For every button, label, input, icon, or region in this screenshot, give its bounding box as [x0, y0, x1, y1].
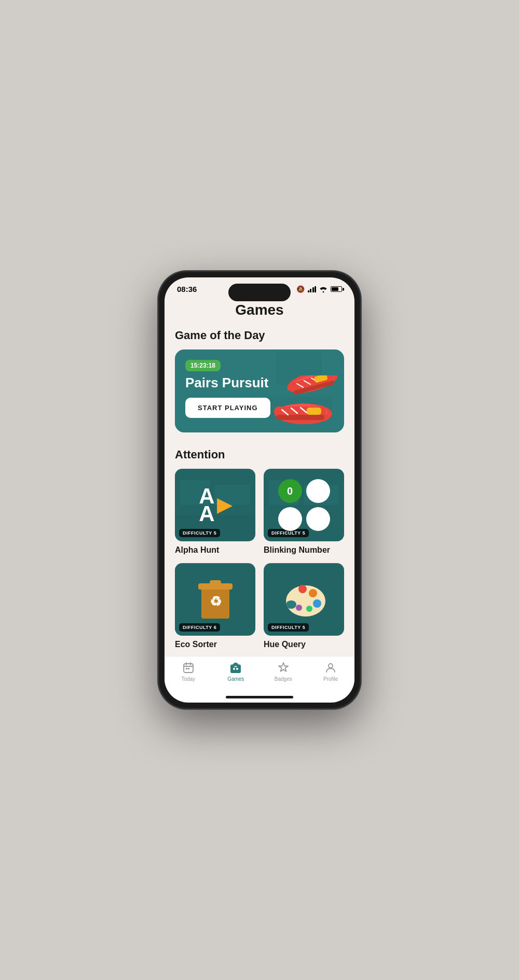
nav-games[interactable]: Games [212, 662, 260, 682]
svg-point-42 [233, 668, 235, 670]
svg-rect-26 [210, 580, 221, 584]
eco-sorter-art: ♻ [197, 576, 234, 623]
signal-icon [308, 286, 317, 292]
svg-point-32 [309, 589, 317, 597]
nav-profile[interactable]: Profile [307, 662, 355, 682]
svg-rect-40 [186, 668, 187, 669]
svg-point-34 [306, 606, 312, 612]
blinking-number-card[interactable]: 0 DIFFICULTY 5 Blinking Number [264, 469, 344, 555]
eco-sorter-thumb: ♻ DIFFICULTY 6 [175, 563, 255, 636]
hue-query-card[interactable]: DIFFICULTY 5 Hue Query [264, 563, 344, 649]
alpha-hunt-thumb: A A ▶ DIFFICULTY 5 [175, 469, 255, 541]
svg-point-33 [313, 599, 321, 608]
hue-query-thumb: DIFFICULTY 5 [264, 563, 344, 636]
eco-sorter-name: Eco Sorter [175, 640, 255, 649]
alpha-hunt-art: A A ▶ [199, 485, 231, 525]
status-icons: 🔕 [296, 285, 343, 293]
eco-sorter-difficulty: DIFFICULTY 6 [179, 623, 220, 632]
dynamic-island [228, 284, 291, 301]
attention-section-title: Attention [175, 448, 344, 461]
nav-badges[interactable]: Badges [260, 662, 307, 682]
blinking-number-thumb: 0 DIFFICULTY 5 [264, 469, 344, 541]
timer-badge: 15:23:18 [185, 360, 221, 371]
wifi-icon [319, 286, 327, 292]
blinking-number-art: 0 [278, 479, 330, 531]
alpha-hunt-name: Alpha Hunt [175, 545, 255, 555]
battery-icon [331, 286, 342, 292]
eco-sorter-card[interactable]: ♻ DIFFICULTY 6 Eco Sorter [175, 563, 255, 649]
svg-point-35 [296, 605, 302, 611]
svg-rect-41 [188, 668, 189, 669]
badges-icon [277, 662, 290, 674]
games-grid: A A ▶ DIFFICULTY 5 Alpha Hunt [175, 469, 344, 649]
mute-icon: 🔕 [296, 285, 305, 293]
alpha-hunt-difficulty: DIFFICULTY 5 [179, 529, 220, 537]
phone-frame: 08:36 🔕 [158, 271, 361, 709]
scroll-content[interactable]: Games Game of the Day [165, 298, 354, 703]
svg-text:♻: ♻ [209, 594, 221, 609]
gotd-card[interactable]: 15:23:18 Pairs Pursuit START PLAYING [175, 349, 344, 432]
gotd-game-title: Pairs Pursuit [185, 375, 334, 390]
start-playing-button[interactable]: START PLAYING [185, 398, 270, 418]
nav-badges-label: Badges [275, 676, 292, 682]
svg-point-30 [286, 600, 296, 609]
phone-screen: 08:36 🔕 [165, 277, 354, 703]
alpha-hunt-card[interactable]: A A ▶ DIFFICULTY 5 Alpha Hunt [175, 469, 255, 555]
nav-games-label: Games [227, 676, 244, 682]
blinking-number-name: Blinking Number [264, 545, 344, 555]
svg-point-44 [329, 664, 333, 668]
nav-today-label: Today [181, 676, 195, 682]
gotd-section-title: Game of the Day [175, 329, 344, 342]
hue-query-art [281, 578, 327, 621]
home-indicator [226, 696, 293, 698]
page-title: Games [175, 302, 344, 318]
nav-profile-label: Profile [323, 676, 338, 682]
hue-query-name: Hue Query [264, 640, 344, 649]
profile-icon [324, 662, 337, 674]
games-icon [229, 662, 242, 674]
svg-point-43 [236, 668, 238, 670]
status-time: 08:36 [177, 285, 197, 293]
hue-query-difficulty: DIFFICULTY 5 [268, 623, 309, 632]
nav-today[interactable]: Today [165, 662, 212, 682]
svg-point-31 [298, 585, 307, 593]
today-icon [182, 662, 195, 674]
